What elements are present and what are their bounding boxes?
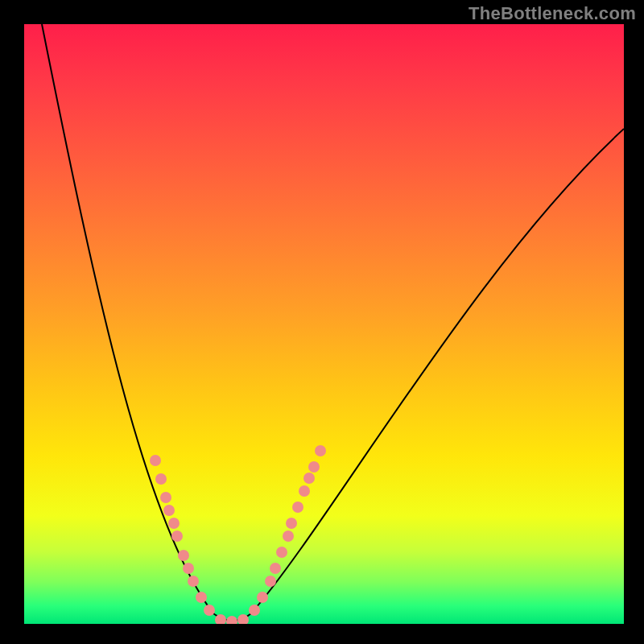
- curve-marker: [204, 605, 215, 616]
- plot-area: [24, 24, 624, 624]
- curve-svg: [24, 24, 624, 624]
- curve-marker: [276, 547, 287, 558]
- curve-marker: [226, 616, 237, 624]
- curve-marker: [178, 550, 189, 561]
- curve-marker: [283, 530, 294, 542]
- curve-marker: [286, 518, 297, 529]
- curve-marker: [303, 473, 315, 484]
- curve-marker: [315, 445, 326, 456]
- watermark-text: TheBottleneck.com: [469, 3, 636, 24]
- curve-markers: [150, 445, 326, 624]
- curve-marker: [168, 518, 180, 529]
- curve-marker: [183, 563, 194, 574]
- curve-marker: [270, 563, 281, 574]
- curve-marker: [155, 473, 167, 485]
- curve-marker: [257, 592, 268, 603]
- curve-path: [42, 24, 624, 621]
- curve-marker: [150, 455, 161, 466]
- curve-marker: [292, 502, 303, 513]
- curve-marker: [308, 461, 320, 473]
- chart-frame: TheBottleneck.com: [0, 0, 644, 644]
- curve-marker: [299, 485, 310, 497]
- curve-marker: [196, 592, 207, 603]
- curve-marker: [265, 576, 276, 587]
- curve-marker: [163, 505, 175, 516]
- curve-marker: [171, 530, 183, 542]
- curve-marker: [160, 492, 171, 503]
- curve-marker: [249, 605, 260, 616]
- curve-marker: [188, 576, 199, 587]
